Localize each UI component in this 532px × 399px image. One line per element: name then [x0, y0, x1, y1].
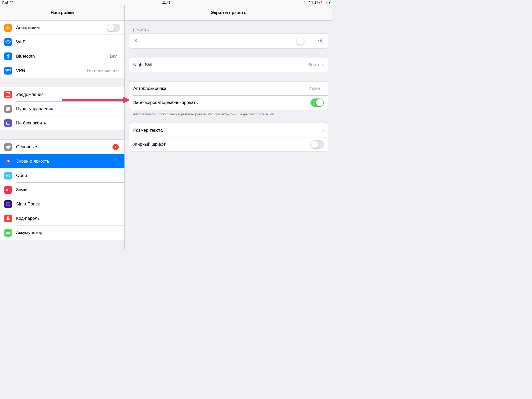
wifi-icon: [4, 38, 12, 46]
row-label: Заблокировать/разблокировать: [133, 100, 310, 105]
sidebar-item-label: Пункт управления: [16, 106, 120, 111]
svg-rect-0: [321, 1, 327, 4]
sidebar-item-label: Код-пароль: [16, 216, 120, 221]
svg-line-25: [136, 41, 137, 42]
row-label: Night Shift: [133, 62, 308, 68]
siri-icon: [4, 200, 12, 208]
battery-settings-icon: [4, 229, 12, 237]
bold-text-toggle[interactable]: [310, 140, 324, 149]
battery-icon: [321, 1, 328, 5]
lock-unlock-toggle[interactable]: [310, 98, 324, 107]
sidebar-item-passcode[interactable]: Код-пароль: [0, 211, 124, 225]
dnd-icon: [4, 119, 12, 127]
bold-text-row[interactable]: Жирный шрифт: [129, 137, 328, 151]
display-icon: ᴬA: [4, 157, 12, 165]
device-label: iPad: [2, 1, 8, 4]
status-bar: iPad 11:45 ☾ 2 % ⚡︎: [0, 0, 332, 5]
sounds-icon: [4, 186, 12, 194]
notifications-icon: [4, 91, 12, 98]
battery-percent: 2 %: [314, 1, 320, 4]
svg-line-26: [135, 41, 135, 42]
svg-line-24: [135, 39, 135, 39]
lock-unlock-row[interactable]: Заблокировать/разблокировать: [129, 96, 328, 110]
svg-point-16: [7, 203, 9, 205]
svg-point-8: [8, 110, 10, 111]
sidebar-item-vpn[interactable]: VPN VPN Не подключено: [0, 63, 124, 78]
vpn-icon: VPN: [4, 67, 12, 75]
sidebar-item-siri[interactable]: Siri и Поиск: [0, 197, 124, 211]
text-size-row[interactable]: Размер текста ›: [129, 123, 328, 137]
sidebar-item-label: Siri и Поиск: [16, 202, 120, 207]
sidebar-item-label: Экран и яркость: [16, 159, 120, 164]
autolock-row[interactable]: Автоблокировка 2 мин ›: [129, 82, 328, 96]
charging-icon: ⚡︎: [329, 1, 331, 5]
detail-title: Экран и яркость: [125, 5, 332, 21]
vpn-value: Не подключено: [87, 68, 119, 73]
sidebar-item-wifi[interactable]: Wi-Fi: [0, 35, 124, 49]
svg-point-14: [9, 175, 9, 176]
bluetooth-icon: [4, 52, 12, 60]
svg-line-27: [136, 39, 137, 39]
svg-point-28: [320, 39, 322, 42]
sidebar-item-wallpaper[interactable]: Обои: [0, 168, 124, 183]
sidebar-item-display[interactable]: ᴬA Экран и яркость: [0, 154, 124, 168]
moon-icon: ☾: [303, 1, 306, 4]
sidebar-item-label: Авиарежим: [16, 25, 107, 30]
svg-line-33: [319, 38, 320, 39]
general-badge: 1: [112, 144, 119, 150]
sidebar-item-airplane[interactable]: Авиарежим: [0, 21, 124, 35]
gear-icon: [4, 143, 12, 151]
sidebar-item-general[interactable]: Основные 1: [0, 140, 124, 154]
clock: 11:45: [162, 1, 170, 4]
sidebar-item-sounds[interactable]: Звуки: [0, 183, 124, 197]
lock-unlock-footer: Автоматически блокировать и разблокирова…: [125, 110, 332, 117]
brightness-section-header: ЯРКОСТЬ: [125, 21, 332, 34]
svg-line-35: [319, 42, 320, 42]
sidebar-item-label: VPN: [16, 68, 87, 73]
svg-rect-2: [321, 1, 322, 3]
airplane-toggle[interactable]: [107, 24, 120, 32]
svg-point-10: [7, 175, 9, 176]
sidebar-item-label: Звуки: [16, 187, 120, 192]
bluetooth-value: Вкл.: [110, 54, 119, 59]
svg-line-34: [322, 42, 323, 42]
sidebar-item-label: Не беспокоить: [16, 121, 120, 126]
sidebar-item-control-center[interactable]: Пункт управления: [0, 102, 124, 116]
svg-point-4: [9, 92, 10, 94]
sidebar-item-label: Уведомления: [16, 92, 120, 97]
sidebar-title: Настройки: [0, 5, 124, 21]
sidebar-item-label: Обои: [16, 173, 120, 178]
row-label: Автоблокировка: [133, 86, 309, 91]
chevron-right-icon: ›: [322, 86, 324, 92]
location-icon: [307, 1, 310, 4]
brightness-slider[interactable]: [142, 41, 314, 41]
sidebar-item-notifications[interactable]: Уведомления: [0, 87, 124, 102]
svg-point-11: [8, 174, 8, 175]
sidebar-item-battery[interactable]: Аккумулятор: [0, 225, 124, 240]
chevron-right-icon: ›: [322, 62, 324, 68]
wifi-status-icon: [9, 1, 13, 4]
night-shift-row[interactable]: Night Shift Выкл. ›: [129, 58, 328, 72]
sidebar-item-dnd[interactable]: Не беспокоить: [0, 116, 124, 130]
airplane-icon: [4, 24, 12, 32]
passcode-icon: [4, 215, 12, 222]
svg-point-13: [6, 175, 7, 176]
brightness-slider-row[interactable]: [129, 34, 328, 48]
svg-point-6: [6, 107, 8, 109]
row-value: Выкл.: [308, 62, 320, 68]
svg-line-36: [322, 38, 323, 39]
row-label: Жирный шрифт: [133, 142, 310, 147]
detail-pane: Экран и яркость ЯРКОСТЬ: [125, 5, 332, 249]
svg-rect-1: [327, 2, 328, 3]
row-label: Размер текста: [133, 128, 322, 133]
chevron-right-icon: ›: [322, 127, 324, 133]
svg-rect-18: [10, 232, 10, 233]
svg-rect-17: [6, 232, 10, 234]
svg-point-19: [135, 40, 136, 41]
sidebar-item-label: Основные: [16, 144, 112, 150]
bluetooth-status-icon: [311, 1, 313, 5]
svg-point-12: [8, 176, 8, 177]
settings-sidebar: Настройки Авиарежим Wi-Fi: [0, 5, 125, 249]
wallpaper-icon: [4, 172, 12, 179]
sidebar-item-bluetooth[interactable]: Bluetooth Вкл.: [0, 49, 124, 63]
